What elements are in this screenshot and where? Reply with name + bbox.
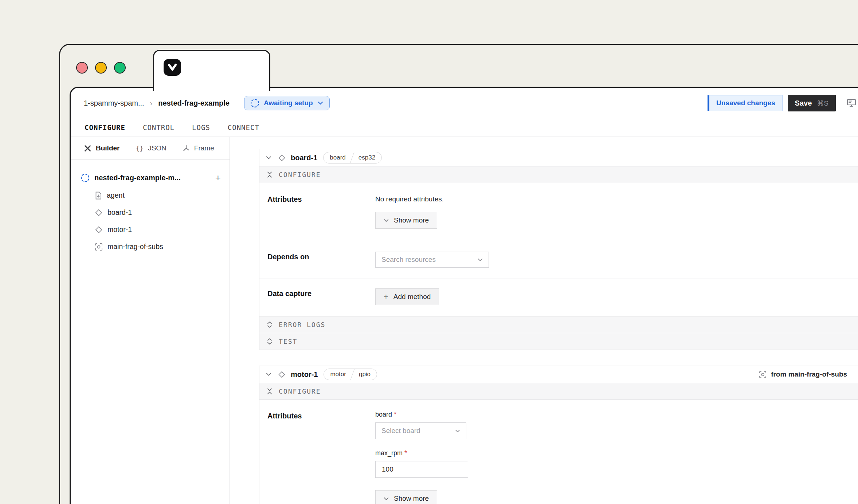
sidebar-mode-switcher: Builder {} JSON Frame [71, 137, 230, 160]
diamond-icon [278, 154, 286, 162]
test-section-bar[interactable]: TEST [259, 333, 858, 350]
mode-frame-label: Frame [194, 144, 214, 152]
machine-status-badge[interactable]: Awaiting setup [244, 96, 330, 110]
card-header-actions: from main-frag-of-subs {} ··· [759, 370, 858, 379]
machine-spinner-icon [81, 174, 89, 182]
show-more-button[interactable]: Show more [375, 490, 437, 504]
json-braces-icon: {} [136, 145, 144, 152]
awaiting-spinner-icon [251, 99, 259, 107]
tab-configure[interactable]: CONFIGURE [85, 123, 125, 131]
diamond-icon [278, 371, 286, 378]
motor-1-card-header: motor-1 motor gpio [259, 366, 858, 383]
unsaved-changes-label: Unsaved changes [716, 99, 775, 107]
no-required-attributes-text: No required attributes. [375, 194, 444, 203]
app-header: 1-spammy-spam... › nested-frag-example A… [71, 88, 858, 118]
depends-on-select[interactable]: Search resources [375, 252, 489, 268]
resource-type-badge: motor gpio [324, 369, 377, 380]
field-name: max_rpm [375, 449, 403, 457]
resource-type-badge: board esp32 [323, 152, 382, 164]
chevron-down-icon [478, 258, 483, 261]
breadcrumb-separator: › [150, 99, 153, 107]
tree-item-label: motor-1 [107, 225, 132, 234]
diamond-icon [95, 209, 103, 217]
tree-item-motor-1[interactable]: motor-1 [95, 225, 221, 234]
config-panel: board-1 board esp32 {} ··· [230, 137, 858, 504]
fragment-icon [95, 243, 103, 251]
fragment-icon [759, 371, 767, 378]
save-button[interactable]: Save ⌘S [788, 95, 836, 111]
machine-name: nested-frag-example-m... [94, 174, 181, 182]
tab-logs[interactable]: LOGS [192, 123, 210, 131]
attributes-content: No required attributes. Show more [375, 194, 444, 229]
tree-item-label: agent [107, 191, 125, 200]
tree-machine-row[interactable]: nested-frag-example-m... + [81, 173, 221, 182]
fragment-source-ref: from main-frag-of-subs [759, 370, 847, 378]
configure-section-bar[interactable]: CONFIGURE [259, 166, 858, 183]
add-resource-button[interactable]: + [215, 173, 221, 182]
add-method-label: Add method [393, 293, 431, 301]
error-logs-label: ERROR LOGS [279, 321, 325, 328]
machine-terminal-icon[interactable] [847, 99, 856, 107]
desktop-background: 1-spammy-spam... › nested-frag-example A… [0, 0, 858, 504]
required-asterisk: * [394, 411, 396, 418]
expand-section-icon [267, 338, 272, 344]
resource-name: motor-1 [291, 370, 318, 379]
chevron-down-icon [384, 497, 389, 500]
show-more-label: Show more [394, 495, 429, 503]
resource-name: board-1 [291, 154, 317, 162]
maximize-window-button[interactable] [114, 62, 126, 74]
breadcrumb-current: nested-frag-example [158, 99, 230, 107]
tree-item-agent[interactable]: agent [95, 191, 221, 200]
browser-window: 1-spammy-spam... › nested-frag-example A… [59, 44, 858, 504]
max-rpm-field-group: max_rpm* [375, 449, 468, 478]
collapse-section-icon [267, 172, 272, 178]
breadcrumb-parent[interactable]: 1-spammy-spam... [84, 99, 144, 107]
resource-tree: nested-frag-example-m... + agent [71, 160, 230, 251]
type-badge-label: motor [324, 369, 352, 380]
app-viewport: 1-spammy-spam... › nested-frag-example A… [70, 87, 858, 504]
viam-logo-icon [164, 59, 181, 76]
tab-connect[interactable]: CONNECT [228, 123, 259, 131]
required-asterisk: * [404, 449, 407, 457]
data-capture-row: Data capture + Add method [259, 279, 858, 316]
board-1-card-header: board-1 board esp32 {} ··· [259, 149, 858, 166]
collapse-section-icon [267, 388, 272, 394]
tree-item-main-frag-of-subs[interactable]: main-frag-of-subs [95, 243, 221, 251]
add-method-button[interactable]: + Add method [375, 288, 439, 305]
max-rpm-input[interactable] [375, 461, 468, 478]
field-name: board [375, 411, 392, 418]
chevron-down-icon [384, 219, 389, 222]
mode-json[interactable]: {} JSON [136, 144, 166, 152]
minimize-window-button[interactable] [95, 62, 107, 74]
max-rpm-field-label: max_rpm* [375, 449, 468, 457]
error-logs-section-bar[interactable]: ERROR LOGS [259, 316, 858, 333]
tree-item-board-1[interactable]: board-1 [95, 208, 221, 217]
mode-frame[interactable]: Frame [183, 144, 214, 152]
attributes-label: Attributes [267, 411, 375, 504]
attributes-content: board* Select board [375, 411, 468, 504]
save-shortcut: ⌘S [817, 99, 828, 107]
diamond-icon [95, 226, 103, 234]
mode-builder[interactable]: Builder [84, 144, 120, 152]
board-field-group: board* Select board [375, 411, 468, 439]
agent-file-icon [95, 192, 102, 200]
test-label: TEST [279, 338, 297, 345]
data-capture-label: Data capture [267, 288, 375, 305]
show-more-label: Show more [394, 216, 429, 224]
show-more-button[interactable]: Show more [375, 212, 437, 229]
close-window-button[interactable] [76, 62, 88, 74]
select-board-placeholder: Select board [381, 427, 420, 435]
browser-tab[interactable] [153, 50, 270, 91]
depends-on-label: Depends on [267, 252, 375, 268]
content-area: Builder {} JSON Frame [71, 137, 858, 504]
configure-section-bar[interactable]: CONFIGURE [259, 383, 858, 400]
collapse-card-chevron-icon[interactable] [266, 373, 271, 376]
configure-section-label: CONFIGURE [279, 387, 321, 395]
collapse-card-chevron-icon[interactable] [266, 156, 271, 160]
plus-icon: + [384, 292, 388, 302]
tab-control[interactable]: CONTROL [143, 123, 175, 131]
select-board-dropdown[interactable]: Select board [375, 422, 466, 439]
header-actions: Unsaved changes Save ⌘S ··· [708, 95, 858, 111]
status-badge-label: Awaiting setup [264, 99, 313, 107]
model-badge-label: gpio [353, 369, 377, 380]
